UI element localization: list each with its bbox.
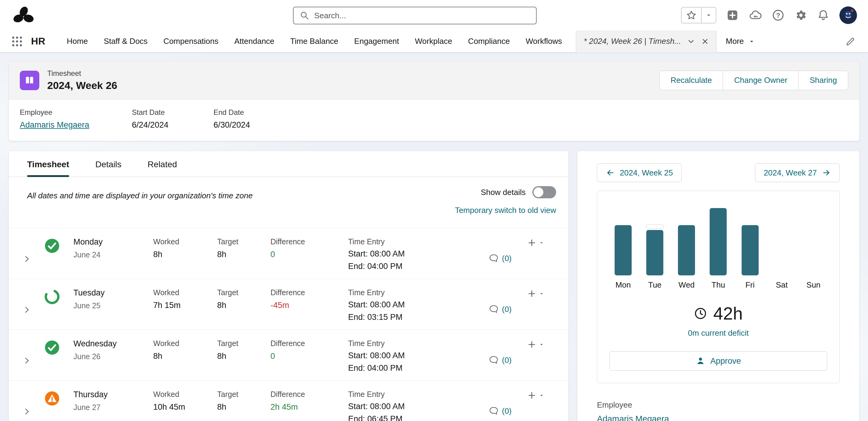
add-time-entry-button[interactable] <box>527 340 545 350</box>
field-label: Employee <box>20 108 132 117</box>
add-cell <box>527 288 556 330</box>
app-launcher-icon[interactable] <box>11 35 23 48</box>
close-tab-icon[interactable] <box>701 37 709 46</box>
expand-row-chevron[interactable] <box>22 339 43 381</box>
nav-item-workflows[interactable]: Workflows <box>526 36 562 46</box>
bar-col-thu: Thu <box>705 204 732 290</box>
nav-item-compensations[interactable]: Compensations <box>163 36 219 46</box>
previous-week-button[interactable]: 2024, Week 25 <box>597 163 682 182</box>
comments-count-link[interactable]: (0) <box>502 407 512 416</box>
week-bar-chart: MonTueWedThuFriSatSun <box>610 204 827 290</box>
record-actions: Recalculate Change Owner Sharing <box>659 71 848 90</box>
search-box[interactable] <box>293 7 537 24</box>
global-actions-icon[interactable] <box>726 9 739 22</box>
trailhead-help-icon[interactable] <box>749 8 762 22</box>
expand-row-chevron[interactable] <box>22 390 43 421</box>
worked-cell: Worked 10h 45m <box>153 390 217 421</box>
time-entry-cell: Time Entry Start: 08:00 AM End: 06:45 PM <box>348 390 489 421</box>
comments-icon[interactable] <box>489 406 499 416</box>
tab-details[interactable]: Details <box>95 151 122 177</box>
nav-item-engagement[interactable]: Engagement <box>354 36 399 46</box>
tab-timesheet[interactable]: Timesheet <box>27 151 69 177</box>
bar-col-fri: Fri <box>737 204 764 290</box>
approve-button[interactable]: Approve <box>610 351 827 371</box>
day-name: Thursday <box>73 390 153 399</box>
time-entry-cell: Time Entry Start: 08:00 AM End: 04:00 PM <box>348 237 489 279</box>
day-date: June 26 <box>73 352 153 361</box>
worked-cell: Worked 8h <box>153 339 217 381</box>
target-cell: Target 8h <box>217 339 271 381</box>
employee-link[interactable]: Adamaris Megaera <box>597 414 669 421</box>
previous-week-label: 2024, Week 25 <box>620 168 673 178</box>
app-screen: ? <box>0 0 868 421</box>
favorites-dropdown-caret-icon[interactable] <box>702 11 716 19</box>
nav-item-staff-docs[interactable]: Staff & Docs <box>104 36 148 46</box>
comments-cell: (0) <box>489 288 527 330</box>
workspace-tab-active[interactable]: * 2024, Week 26 | Timesh... <box>576 30 717 52</box>
bar-missing-segment <box>646 224 663 229</box>
show-details-toggle[interactable] <box>532 186 556 198</box>
comments-icon[interactable] <box>489 304 499 314</box>
difference-label: Difference <box>271 237 348 246</box>
time-entry-cell: Time Entry Start: 08:00 AM End: 04:00 PM <box>348 339 489 381</box>
change-owner-button[interactable]: Change Owner <box>723 71 799 90</box>
day-name: Monday <box>73 237 153 247</box>
comments-count-link[interactable]: (0) <box>502 305 512 314</box>
tab-related[interactable]: Related <box>148 151 177 177</box>
bar-col-mon: Mon <box>610 204 637 290</box>
worked-label: Worked <box>153 288 217 297</box>
search-input[interactable] <box>314 11 530 21</box>
nav-item-home[interactable]: Home <box>67 36 88 46</box>
next-week-button[interactable]: 2024, Week 27 <box>755 163 840 182</box>
recalculate-button[interactable]: Recalculate <box>659 71 723 90</box>
timezone-note: All dates and time are displayed in your… <box>27 191 253 201</box>
difference-value: -45m <box>271 301 348 310</box>
edit-navigation-icon[interactable] <box>845 36 856 47</box>
add-time-entry-button[interactable] <box>527 238 545 248</box>
switch-old-view-link[interactable]: Temporary switch to old view <box>455 206 556 215</box>
field-label: End Date <box>214 108 250 117</box>
target-cell: Target 8h <box>217 390 271 421</box>
sidebar-employee-field: Employee Adamaris Megaera <box>597 400 840 421</box>
chevron-down-icon[interactable] <box>687 37 695 46</box>
comments-count-link[interactable]: (0) <box>502 254 512 263</box>
comments-cell: (0) <box>489 390 527 421</box>
bar-label: Mon <box>616 280 631 290</box>
add-cell <box>527 390 556 421</box>
sharing-button[interactable]: Sharing <box>798 71 848 90</box>
bar-col-sun: Sun <box>800 204 827 290</box>
day-cell: Monday June 24 <box>73 237 153 279</box>
user-avatar[interactable] <box>839 6 857 24</box>
week-summary-panel: 2024, Week 25 2024, Week 27 MonTueWedThu… <box>577 151 860 421</box>
nav-item-compliance[interactable]: Compliance <box>468 36 510 46</box>
add-time-entry-button[interactable] <box>527 391 545 400</box>
start-date-value: 6/24/2024 <box>132 120 214 130</box>
help-icon[interactable]: ? <box>772 9 784 22</box>
status-warning-icon <box>43 390 73 421</box>
employee-link[interactable]: Adamaris Megaera <box>20 120 89 129</box>
bar-stack <box>615 225 632 275</box>
favorite-star-icon[interactable] <box>682 10 701 21</box>
expand-row-chevron[interactable] <box>22 288 43 330</box>
expand-row-chevron[interactable] <box>22 237 43 279</box>
global-header-actions: ? <box>681 6 857 24</box>
nav-item-workplace[interactable]: Workplace <box>415 36 452 46</box>
worked-label: Worked <box>153 237 217 246</box>
nav-item-time-balance[interactable]: Time Balance <box>290 36 338 46</box>
nav-more-menu[interactable]: More <box>726 36 755 46</box>
target-label: Target <box>217 237 271 246</box>
setup-gear-icon[interactable] <box>794 9 807 22</box>
comments-icon[interactable] <box>489 355 499 365</box>
comments-icon[interactable] <box>489 253 499 264</box>
favorites-button-group[interactable] <box>681 7 716 24</box>
status-complete-icon <box>43 237 73 279</box>
notifications-bell-icon[interactable] <box>817 9 830 22</box>
bar-worked-segment <box>710 208 727 275</box>
nav-item-attendance[interactable]: Attendance <box>234 36 274 46</box>
field-employee: Employee Adamaris Megaera <box>20 108 132 130</box>
worked-cell: Worked 8h <box>153 237 217 279</box>
add-cell <box>527 237 556 279</box>
company-logo[interactable] <box>11 5 36 25</box>
comments-count-link[interactable]: (0) <box>502 356 512 365</box>
add-time-entry-button[interactable] <box>527 289 545 299</box>
